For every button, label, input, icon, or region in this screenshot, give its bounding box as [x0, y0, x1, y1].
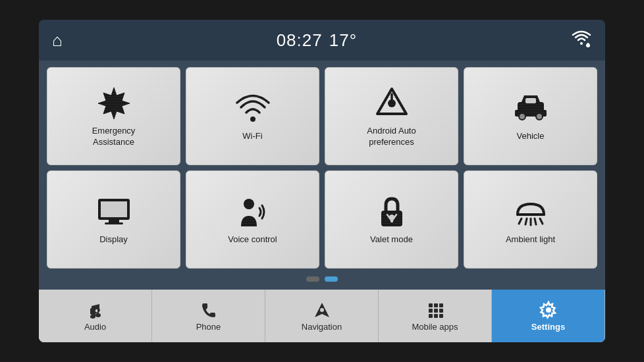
pagination-dots: [47, 274, 597, 284]
svg-line-21: [525, 219, 527, 224]
valet-mode-icon: [373, 194, 410, 230]
svg-rect-13: [109, 220, 119, 222]
android-auto-label: Android Autopreferences: [367, 126, 416, 148]
phone-nav-item[interactable]: Phone: [152, 290, 265, 342]
svg-rect-14: [105, 222, 123, 224]
clock-display: 08:27: [277, 30, 323, 51]
svg-point-38: [546, 307, 551, 313]
svg-point-8: [519, 113, 525, 120]
svg-point-15: [244, 199, 254, 209]
navigation-nav-label: Navigation: [302, 322, 342, 332]
android-auto-icon: [373, 85, 410, 122]
mobile-apps-nav-item[interactable]: Mobile apps: [379, 290, 492, 342]
svg-rect-33: [434, 309, 438, 313]
main-screen: ⌂ 08:27 17° Emerge: [39, 20, 605, 342]
apps-icon: [426, 301, 444, 319]
voice-control-button[interactable]: Voice control: [186, 170, 319, 269]
svg-point-4: [388, 99, 396, 107]
voice-control-icon: [234, 194, 271, 230]
svg-point-9: [536, 113, 543, 120]
emergency-icon: [95, 85, 132, 122]
mobile-apps-nav-label: Mobile apps: [412, 322, 458, 332]
header: ⌂ 08:27 17°: [39, 20, 605, 61]
ambient-light-button[interactable]: Ambient light: [464, 170, 597, 269]
svg-rect-32: [429, 309, 433, 313]
display-icon: [95, 194, 132, 230]
wifi-button[interactable]: Wi-Fi: [186, 67, 319, 165]
wifi-label: Wi-Fi: [242, 131, 262, 142]
svg-rect-31: [439, 303, 443, 307]
svg-rect-12: [101, 201, 127, 217]
settings-icon: [539, 301, 558, 319]
vehicle-icon: [512, 90, 549, 127]
emergency-assistance-label: EmergencyAssistance: [92, 126, 136, 148]
ambient-light-icon: [512, 194, 549, 230]
grid-row-2: Display Voice control: [47, 170, 597, 269]
dot-1[interactable]: [306, 276, 319, 282]
phone-icon: [200, 301, 218, 319]
valet-mode-label: Valet mode: [370, 234, 413, 246]
emergency-assistance-button[interactable]: EmergencyAssistance: [47, 67, 180, 165]
settings-nav-label: Settings: [531, 322, 565, 332]
svg-line-23: [535, 219, 536, 224]
android-auto-button[interactable]: Android Autopreferences: [325, 67, 458, 165]
svg-rect-35: [429, 314, 433, 318]
main-content: EmergencyAssistance Wi-Fi A: [39, 61, 605, 290]
display-button[interactable]: Display: [47, 170, 180, 269]
svg-rect-36: [434, 314, 438, 318]
settings-nav-item[interactable]: Settings: [492, 290, 605, 342]
svg-point-0: [580, 42, 583, 45]
bottom-nav: Audio Phone Navigation: [39, 290, 605, 342]
svg-point-2: [250, 116, 255, 122]
grid-row-1: EmergencyAssistance Wi-Fi A: [47, 67, 597, 165]
audio-nav-label: Audio: [84, 322, 106, 332]
vehicle-button[interactable]: Vehicle: [464, 67, 597, 165]
header-center: 08:27 17°: [277, 30, 357, 51]
voice-control-label: Voice control: [228, 234, 277, 246]
wifi-icon: [234, 90, 271, 127]
svg-rect-29: [429, 303, 433, 307]
svg-rect-30: [434, 303, 438, 307]
phone-nav-label: Phone: [196, 322, 221, 332]
home-button[interactable]: ⌂: [52, 30, 63, 51]
display-label: Display: [99, 234, 128, 246]
ambient-light-label: Ambient light: [506, 234, 555, 246]
svg-point-28: [320, 308, 324, 312]
svg-rect-10: [525, 98, 536, 103]
svg-line-24: [540, 219, 543, 224]
temperature-display: 17°: [329, 30, 357, 51]
nav-icon: [313, 301, 331, 319]
svg-rect-37: [439, 314, 443, 318]
navigation-nav-item[interactable]: Navigation: [265, 290, 379, 342]
valet-mode-button[interactable]: Valet mode: [325, 170, 458, 269]
audio-icon: [86, 301, 105, 319]
wifi-status-icon: [571, 29, 592, 51]
dot-2[interactable]: [325, 276, 338, 282]
audio-nav-item[interactable]: Audio: [39, 290, 152, 342]
svg-line-20: [519, 219, 522, 224]
svg-rect-34: [439, 309, 443, 313]
vehicle-label: Vehicle: [517, 131, 545, 142]
